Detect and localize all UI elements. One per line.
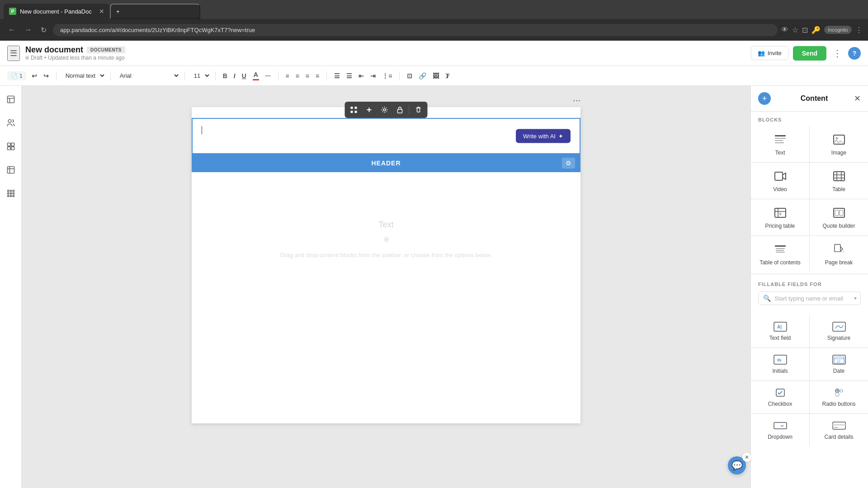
bold-btn[interactable]: B [220, 70, 230, 81]
svg-rect-22 [775, 135, 786, 136]
block-item-pricing-table[interactable]: $ Pricing table [751, 199, 809, 235]
svg-rect-0 [7, 96, 14, 103]
svg-rect-29 [834, 172, 844, 181]
underline-btn[interactable]: U [239, 70, 249, 81]
svg-rect-4 [7, 147, 10, 150]
header-block[interactable]: HEADER ⚙ [192, 154, 580, 172]
block-lock-btn[interactable] [393, 104, 407, 115]
svg-rect-34 [840, 210, 843, 216]
status-separator: • [44, 55, 46, 61]
reload-btn[interactable]: ↻ [38, 24, 49, 36]
field-item-checkbox[interactable]: Checkbox [751, 381, 809, 413]
fillable-title: FILLABLE FIELDS FOR [758, 282, 861, 287]
header-block-container: HEADER ⚙ [192, 154, 580, 172]
tab-close-btn[interactable]: ✕ [99, 8, 104, 15]
italic-btn[interactable]: I [231, 70, 238, 81]
align-justify-btn[interactable]: ≡ [293, 70, 302, 81]
block-item-page-break[interactable]: Page break [810, 236, 868, 272]
extension-icon[interactable]: 👁 [781, 26, 788, 34]
block-add-btn[interactable] [362, 104, 377, 115]
numbered-list-btn[interactable]: ☰ [344, 70, 355, 81]
table-icon [832, 169, 846, 183]
nav-actions: 👁 ☆ ⊡ 🔑 Incognito ⋮ [781, 26, 863, 34]
sidebar-close-btn[interactable]: ✕ [854, 94, 861, 103]
sidebar-users-btn[interactable] [3, 115, 19, 131]
block-label-video: Video [773, 186, 787, 192]
field-item-card-details[interactable]: Card details [810, 414, 868, 446]
sidebar-apps-btn[interactable] [3, 185, 19, 202]
block-item-toc[interactable]: Table of contents [751, 236, 809, 272]
list-more-btn[interactable]: ⋮≡ [379, 70, 395, 81]
redo-btn[interactable]: ↪ [41, 70, 52, 81]
sidebar-smart-btn[interactable] [3, 162, 19, 178]
clear-format-btn[interactable]: T̷ [443, 70, 453, 81]
help-btn[interactable]: ? [848, 47, 861, 60]
status-text: Draft [31, 55, 42, 61]
link-btn[interactable]: 🔗 [416, 70, 429, 81]
quote-builder-icon [832, 206, 846, 220]
more-header-btn[interactable]: ⋮ [831, 46, 844, 61]
field-item-signature[interactable]: Signature [810, 315, 868, 347]
address-bar[interactable] [53, 24, 778, 36]
bullet-list-btn[interactable]: ☰ [331, 70, 343, 81]
header-settings-btn[interactable]: ⚙ [562, 158, 575, 169]
font-select[interactable]: Arial Times New Roman [115, 70, 180, 81]
svg-rect-18 [351, 111, 353, 113]
profile-icon[interactable]: ⊡ [802, 26, 808, 34]
block-item-video[interactable]: Video [751, 163, 809, 199]
invite-btn[interactable]: 👥 Invite [751, 46, 788, 60]
sidebar-content-btn[interactable] [3, 91, 19, 108]
more-format-btn[interactable]: ··· [263, 70, 274, 81]
font-size-select[interactable]: 11 12 14 [189, 70, 211, 81]
text-style-select[interactable]: Normal text Heading 1 Heading 2 [61, 70, 106, 81]
field-item-radio-buttons[interactable]: Radio buttons [810, 381, 868, 413]
recipient-search-input[interactable] [774, 295, 850, 302]
block-delete-btn[interactable] [411, 104, 426, 115]
canvas-area: ··· [22, 86, 750, 488]
block-grid-btn[interactable] [347, 104, 361, 115]
field-item-initials[interactable]: IN Initials [751, 348, 809, 380]
svg-text:12: 12 [837, 360, 840, 363]
svg-rect-39 [835, 244, 840, 252]
field-item-date[interactable]: 12 Date [810, 348, 868, 380]
bookmark-icon[interactable]: ☆ [792, 26, 798, 34]
svg-rect-16 [351, 107, 353, 109]
active-tab[interactable]: P New document - PandaDoc ✕ [4, 4, 110, 19]
align-left-btn[interactable]: ≡ [313, 70, 322, 81]
text-block[interactable]: Write with AI ✦ [192, 118, 580, 154]
add-content-btn[interactable]: + [758, 92, 771, 105]
block-item-table[interactable]: Table [810, 163, 868, 199]
columns-btn[interactable]: ⊡ [404, 70, 415, 81]
block-label-table: Table [832, 186, 845, 192]
indent-more-btn[interactable]: ⇥ [368, 70, 378, 81]
block-item-text[interactable]: Text [751, 126, 809, 162]
write-ai-btn[interactable]: Write with AI ✦ [516, 129, 571, 143]
hamburger-btn[interactable]: ☰ [7, 46, 20, 61]
indent-less-btn[interactable]: ⇤ [356, 70, 367, 81]
toc-icon [773, 242, 788, 257]
align-center-btn[interactable]: ≡ [283, 70, 292, 81]
chat-close-btn[interactable]: ✕ [742, 453, 751, 462]
svg-rect-36 [776, 248, 785, 249]
undo-redo-group: ↩ ↪ [29, 70, 52, 81]
profile-user-icon[interactable]: 🔑 [811, 26, 821, 34]
canvas-more-btn[interactable]: ··· [573, 95, 580, 105]
send-btn[interactable]: Send [793, 46, 826, 61]
forward-btn[interactable]: → [22, 24, 34, 36]
new-tab-btn[interactable]: + [110, 4, 200, 19]
more-nav-btn[interactable]: ⋮ [855, 26, 863, 34]
text-color-btn[interactable]: A [250, 69, 262, 82]
field-item-dropdown[interactable]: Dropdown [751, 414, 809, 446]
undo-btn[interactable]: ↩ [29, 70, 40, 81]
image-toolbar-btn[interactable]: 🖼 [430, 70, 442, 81]
sidebar-merge-btn[interactable] [3, 138, 19, 155]
field-item-text-field[interactable]: A| Text field [751, 315, 809, 347]
block-item-image[interactable]: Image [810, 126, 868, 162]
initials-icon: IN [773, 354, 788, 365]
page-indicator: 📄 1 [7, 71, 26, 80]
block-settings-btn[interactable] [377, 104, 392, 115]
back-btn[interactable]: ← [5, 24, 18, 36]
svg-point-10 [7, 192, 9, 194]
block-item-quote-builder[interactable]: Quote builder [810, 199, 868, 235]
align-right-btn[interactable]: ≡ [303, 70, 312, 81]
